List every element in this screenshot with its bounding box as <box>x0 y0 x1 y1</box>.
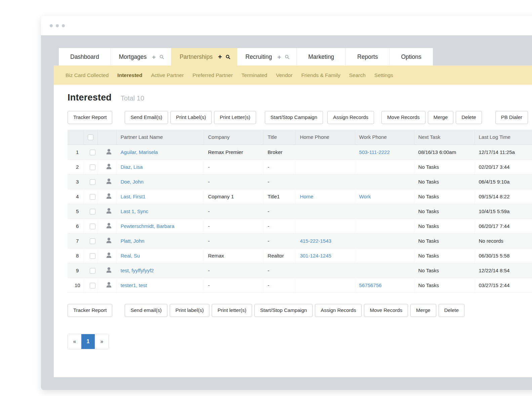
column-header-partner-last-name[interactable]: Partner Last Name <box>116 130 204 145</box>
search-icon[interactable] <box>226 54 231 60</box>
work-phone-link[interactable]: 56756756 <box>359 282 382 288</box>
print-label-s-button[interactable]: Print Label(s) <box>170 111 212 124</box>
subnav-item-settings[interactable]: Settings <box>374 72 393 78</box>
tab-reports[interactable]: Reports <box>346 48 390 66</box>
partner-name-link[interactable]: tester1, test <box>121 282 147 288</box>
contact-avatar-icon[interactable] <box>105 237 113 244</box>
row-checkbox[interactable] <box>90 224 95 229</box>
start-stop-campaign-button[interactable]: Start/Stop Campaign <box>254 304 313 317</box>
partner-name-link[interactable]: Aguilar, Marisela <box>121 149 158 155</box>
print-letter-s-button[interactable]: Print Letter(s) <box>214 111 256 124</box>
home-phone-link[interactable]: Home <box>300 194 313 199</box>
title-cell: - <box>263 219 296 233</box>
pagination-next-icon[interactable]: » <box>95 334 109 349</box>
merge-button[interactable]: Merge <box>410 304 436 317</box>
subnav-item-terminated[interactable]: Terminated <box>242 72 268 78</box>
assign-records-button[interactable]: Assign Records <box>315 304 362 317</box>
add-record-icon[interactable]: + <box>218 53 222 60</box>
print-label-s-button[interactable]: Print label(s) <box>170 304 209 317</box>
tab-marketing[interactable]: Marketing <box>297 48 346 66</box>
subnav-item-search[interactable]: Search <box>349 72 366 78</box>
delete-button[interactable]: Delete <box>439 304 464 317</box>
contact-avatar-icon[interactable] <box>105 252 113 259</box>
pagination-page-1[interactable]: 1 <box>81 334 95 349</box>
subnav-item-active-partner[interactable]: Active Partner <box>151 72 183 78</box>
tab-mortgages[interactable]: Mortgages+ <box>111 48 172 66</box>
tab-options[interactable]: Options <box>390 48 433 66</box>
send-email-s-button[interactable]: Send email(s) <box>125 304 167 317</box>
subnav-item-preferred-partner[interactable]: Preferred Partner <box>193 72 233 78</box>
search-icon[interactable] <box>159 54 164 60</box>
row-checkbox[interactable] <box>90 179 95 185</box>
send-email-s-button[interactable]: Send Email(s) <box>125 111 168 124</box>
move-records-button[interactable]: Move Records <box>381 111 425 124</box>
tracker-report-button[interactable]: Tracker Report <box>68 304 112 317</box>
move-records-button[interactable]: Move Records <box>364 304 408 317</box>
pagination-prev-icon[interactable]: « <box>68 334 81 349</box>
subnav-item-interested[interactable]: Interested <box>117 72 142 78</box>
tab-partnerships[interactable]: Partnerships+ <box>171 48 237 66</box>
select-all-checkbox[interactable] <box>88 134 93 140</box>
subnav-item-vendor[interactable]: Vendor <box>276 72 292 78</box>
partners-table: Partner Last NameCompanyTitleHome PhoneW… <box>68 130 532 293</box>
add-record-icon[interactable]: + <box>152 54 156 60</box>
tracker-report-button[interactable]: Tracker Report <box>68 111 112 124</box>
row-checkbox[interactable] <box>90 268 95 274</box>
merge-button[interactable]: Merge <box>428 111 454 124</box>
row-checkbox[interactable] <box>90 164 95 170</box>
row-checkbox[interactable] <box>90 194 95 200</box>
pb-dialer-button[interactable]: PB Dialer <box>495 111 528 124</box>
row-number: 1 <box>68 145 83 159</box>
column-header-work-phone[interactable]: Work Phone <box>355 130 414 145</box>
row-checkbox[interactable] <box>90 253 95 259</box>
partner-name-link[interactable]: Pewterschmidt, Barbara <box>121 223 174 229</box>
next-task-cell: No Tasks <box>414 263 475 278</box>
column-header-next-task[interactable]: Next Task <box>414 130 475 145</box>
partner-name-link[interactable]: Last, First1 <box>121 194 146 199</box>
home-phone-link[interactable]: 415-222-1543 <box>300 238 331 244</box>
contact-avatar-icon[interactable] <box>105 193 113 200</box>
contact-avatar-icon[interactable] <box>105 163 113 170</box>
last-log-cell: 12/22/14 8:54 <box>475 263 532 278</box>
column-header-title[interactable]: Title <box>263 130 296 145</box>
row-checkbox[interactable] <box>90 150 95 155</box>
row-checkbox[interactable] <box>90 283 95 288</box>
partner-name-link[interactable]: Doe, John <box>121 179 144 185</box>
search-icon[interactable] <box>285 54 290 60</box>
last-log-cell: 06/20/17 7:44 <box>475 219 532 233</box>
company-cell: - <box>204 174 263 189</box>
partner-name-link[interactable]: Real, Su <box>121 253 140 259</box>
partner-name-link[interactable]: Diaz, Lisa <box>121 164 143 170</box>
column-header-home-phone[interactable]: Home Phone <box>296 130 355 145</box>
table-row: 4Last, First1Copmany 1Title1HomeWorkNo T… <box>68 189 532 204</box>
contact-avatar-icon[interactable] <box>105 281 113 289</box>
tab-recruiting[interactable]: Recruiting+ <box>237 48 297 66</box>
work-phone-link[interactable]: 503-111-2222 <box>359 149 390 155</box>
contact-avatar-icon[interactable] <box>105 207 113 215</box>
assign-records-button[interactable]: Assign Records <box>327 111 374 124</box>
delete-button[interactable]: Delete <box>456 111 482 124</box>
toolbar-top: Tracker ReportSend Email(s)Print Label(s… <box>68 111 532 124</box>
partner-name-link[interactable]: Last 1, Sync <box>121 208 149 214</box>
home-phone-link[interactable]: 301-124-1245 <box>300 253 331 259</box>
row-checkbox[interactable] <box>90 209 95 214</box>
contact-avatar-icon[interactable] <box>105 178 113 185</box>
work-phone-cell <box>355 248 414 263</box>
print-letter-s-button[interactable]: Print letter(s) <box>212 304 252 317</box>
work-phone-link[interactable]: Work <box>359 194 371 199</box>
add-record-icon[interactable]: + <box>277 54 281 60</box>
start-stop-campaign-button[interactable]: Start/Stop Campaign <box>265 111 323 124</box>
partner-name-link[interactable]: Platt, John <box>121 238 145 244</box>
home-phone-cell <box>296 174 355 189</box>
column-header-company[interactable]: Company <box>204 130 263 145</box>
row-checkbox[interactable] <box>90 238 95 244</box>
contact-avatar-icon[interactable] <box>105 267 113 274</box>
subnav-item-friends-family[interactable]: Friends & Family <box>301 72 340 78</box>
contact-avatar-icon[interactable] <box>105 222 113 230</box>
partner-name-link[interactable]: test, fyyffyfyyf2 <box>121 268 154 273</box>
column-header-last-log-time[interactable]: Last Log Time <box>475 130 532 145</box>
contact-avatar-icon[interactable] <box>105 148 113 156</box>
next-task-cell: No Tasks <box>414 233 475 248</box>
subnav-item-biz-card-collected[interactable]: Biz Card Collected <box>66 72 109 78</box>
tab-dashboard[interactable]: Dashboard <box>59 48 111 66</box>
